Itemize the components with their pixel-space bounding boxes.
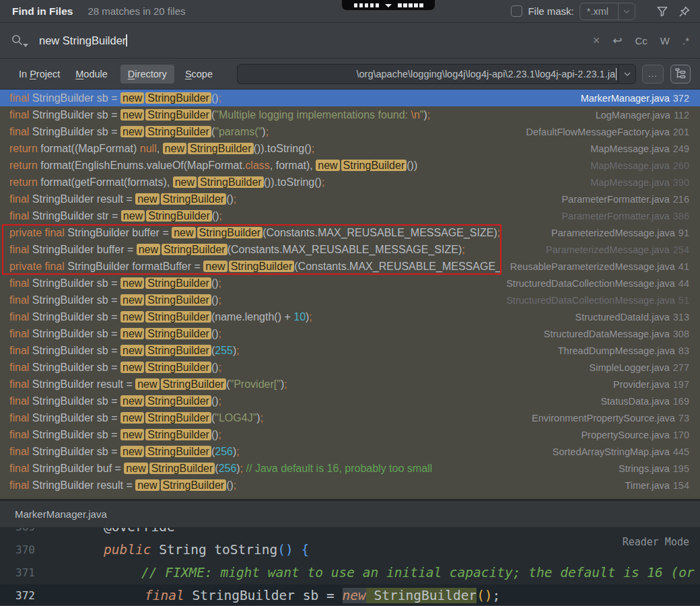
regex-toggle[interactable]: .*: [682, 35, 689, 46]
whole-words-toggle[interactable]: W: [660, 35, 670, 46]
result-file-label: Provider.java197: [613, 379, 689, 390]
result-file-label: StructuredDataId.java313: [575, 312, 689, 323]
result-row[interactable]: return format((MapFormat) null, newStrin…: [0, 140, 700, 157]
screen-ruler-overlay: [341, 0, 436, 11]
directory-structure-button[interactable]: [670, 65, 691, 83]
scope-bar: In ProjectModuleDirectoryScope \org\apac…: [0, 59, 700, 90]
result-row[interactable]: final StringBuilder sb = newStringBuilde…: [0, 359, 700, 376]
pin-icon[interactable]: [678, 5, 691, 18]
result-row[interactable]: final StringBuilder sb = newStringBuilde…: [0, 342, 700, 359]
result-code: final StringBuilder sb = newStringBuilde…: [9, 328, 537, 340]
result-code: final StringBuilder str = newStringBuild…: [9, 210, 555, 222]
editor-line-371: 371// FIXME: might want to use an initia…: [0, 562, 700, 584]
editor-code: @Override: [42, 528, 175, 539]
scope-tab-module[interactable]: Module: [75, 69, 108, 79]
dialog-header: Find in Files 28 matches in 20 files Fil…: [0, 0, 700, 23]
ruler-arrow-icon: [385, 4, 392, 7]
chevron-down-icon[interactable]: [618, 3, 635, 20]
result-row[interactable]: private final StringBuilder formatBuffer…: [0, 258, 700, 275]
result-row[interactable]: final StringBuilder str = newStringBuild…: [0, 207, 700, 224]
result-file-label: PropertySource.java170: [581, 430, 689, 440]
result-row[interactable]: final StringBuilder sb = newStringBuilde…: [0, 325, 700, 342]
result-code: final StringBuilder sb = newStringBuilde…: [9, 294, 499, 306]
file-mask-label: File mask:: [528, 5, 573, 17]
path-caret: [616, 68, 617, 80]
result-code: final StringBuilder buf = newStringBuild…: [9, 463, 612, 475]
line-number: 372: [0, 584, 35, 605]
result-code: final StringBuilder result = newStringBu…: [9, 193, 555, 205]
file-mask-combo[interactable]: *.xml: [580, 3, 635, 20]
directory-path-field[interactable]: \org\apache\logging\log4j\log4j-api\2.23…: [237, 64, 636, 84]
insert-newline-icon[interactable]: ↩: [612, 34, 622, 48]
result-file-label: MapMessage.java390: [590, 177, 689, 188]
result-row[interactable]: private final StringBuilder buffer = new…: [0, 224, 700, 241]
result-code: final StringBuilder sb = newStringBuilde…: [9, 92, 574, 104]
result-row[interactable]: final StringBuilder sb = newStringBuilde…: [0, 90, 700, 106]
result-code: return format(getFormat(formats), newStr…: [9, 176, 584, 189]
result-row[interactable]: final StringBuilder result = newStringBu…: [0, 376, 700, 393]
scope-tab-directory[interactable]: Directory: [120, 65, 174, 83]
result-code: final StringBuilder buffer = newStringBu…: [9, 244, 539, 256]
result-code: return format((MapFormat) null, newStrin…: [9, 143, 584, 155]
match-summary: 28 matches in 20 files: [88, 5, 185, 17]
preview-filename: MarkerManager.java: [15, 508, 107, 520]
browse-directory-button[interactable]: ...: [642, 65, 664, 83]
result-row[interactable]: return format(EnglishEnums.valueOf(MapFo…: [0, 157, 700, 174]
result-code: final StringBuilder sb = newStringBuilde…: [9, 345, 551, 357]
result-code: final StringBuilder sb = newStringBuilde…: [9, 109, 589, 121]
result-row[interactable]: final StringBuilder result = newStringBu…: [0, 477, 700, 494]
result-code: return format(EnglishEnums.valueOf(MapFo…: [9, 160, 584, 172]
clear-search-icon[interactable]: ×: [593, 34, 600, 48]
file-mask-value: *.xml: [580, 6, 618, 17]
path-chevron-down-icon[interactable]: [618, 65, 635, 83]
line-number: 371: [0, 562, 35, 584]
result-file-label: SortedArrayStringMap.java445: [553, 446, 689, 457]
result-row[interactable]: final StringBuilder sb = newStringBuilde…: [0, 308, 700, 325]
search-icon[interactable]: [11, 34, 28, 47]
result-file-label: StructuredDataCollectionMessage.java44: [506, 278, 689, 289]
scope-tab-in-project[interactable]: In Project: [19, 69, 60, 79]
result-row[interactable]: final StringBuilder sb = newStringBuilde…: [0, 275, 700, 292]
result-row[interactable]: final StringBuilder sb = newStringBuilde…: [0, 443, 700, 460]
result-row[interactable]: return format(getFormat(formats), newStr…: [0, 174, 700, 191]
ruler-ticks-right: [398, 3, 423, 8]
result-row[interactable]: final StringBuilder result = newStringBu…: [0, 191, 700, 207]
code-preview-editor[interactable]: 369@Override370public String toString() …: [0, 528, 700, 605]
search-input[interactable]: new StringBuilder: [39, 34, 127, 47]
directory-path-value: \org\apache\logging\log4j\log4j-api\2.23…: [356, 65, 615, 83]
result-file-label: ParameterizedMessage.java254: [546, 244, 689, 255]
result-code: final StringBuilder sb = newStringBuilde…: [9, 311, 569, 323]
search-bar: new StringBuilder × ↩ Cc W .*: [0, 23, 700, 59]
result-file-label: LogManager.java112: [596, 110, 689, 121]
file-mask-checkbox[interactable]: [511, 5, 522, 17]
result-row[interactable]: final StringBuilder sb = newStringBuilde…: [0, 106, 700, 123]
dialog-title: Find in Files: [12, 5, 73, 18]
result-file-label: Timer.java154: [625, 480, 689, 491]
result-code: final StringBuilder result = newStringBu…: [9, 479, 618, 492]
result-file-label: DefaultFlowMessageFactory.java201: [526, 127, 690, 137]
result-row[interactable]: final StringBuilder sb = newStringBuilde…: [0, 393, 700, 409]
result-file-label: ParameterizedMessage.java91: [551, 228, 689, 238]
reader-mode-label[interactable]: Reader Mode: [623, 536, 689, 548]
result-code: final StringBuilder sb = newStringBuilde…: [9, 362, 582, 374]
scope-tab-scope[interactable]: Scope: [185, 69, 213, 79]
result-file-label: MapMessage.java260: [590, 160, 689, 171]
result-code: final StringBuilder sb = newStringBuilde…: [9, 446, 546, 458]
editor-line-369: 369@Override: [0, 528, 700, 539]
result-file-label: StatusData.java169: [600, 396, 689, 407]
result-row[interactable]: final StringBuilder buf = newStringBuild…: [0, 460, 700, 477]
preview-header: MarkerManager.java: [0, 501, 700, 528]
result-row[interactable]: final StringBuilder sb = newStringBuilde…: [0, 409, 700, 426]
results-list: final StringBuilder sb = newStringBuilde…: [0, 90, 700, 499]
match-case-toggle[interactable]: Cc: [635, 35, 647, 46]
line-number: 370: [0, 539, 35, 562]
result-row[interactable]: final StringBuilder buffer = newStringBu…: [0, 241, 700, 258]
result-code: final StringBuilder sb = newStringBuilde…: [9, 277, 499, 290]
ruler-ticks-left: [354, 3, 380, 8]
result-row[interactable]: final StringBuilder sb = newStringBuilde…: [0, 292, 700, 308]
result-row[interactable]: final StringBuilder sb = newStringBuilde…: [0, 123, 700, 140]
result-code: final StringBuilder sb = newStringBuilde…: [9, 412, 525, 424]
result-row[interactable]: final StringBuilder sb = newStringBuilde…: [0, 426, 700, 443]
line-number: 369: [0, 528, 35, 539]
filter-icon[interactable]: [656, 5, 668, 18]
